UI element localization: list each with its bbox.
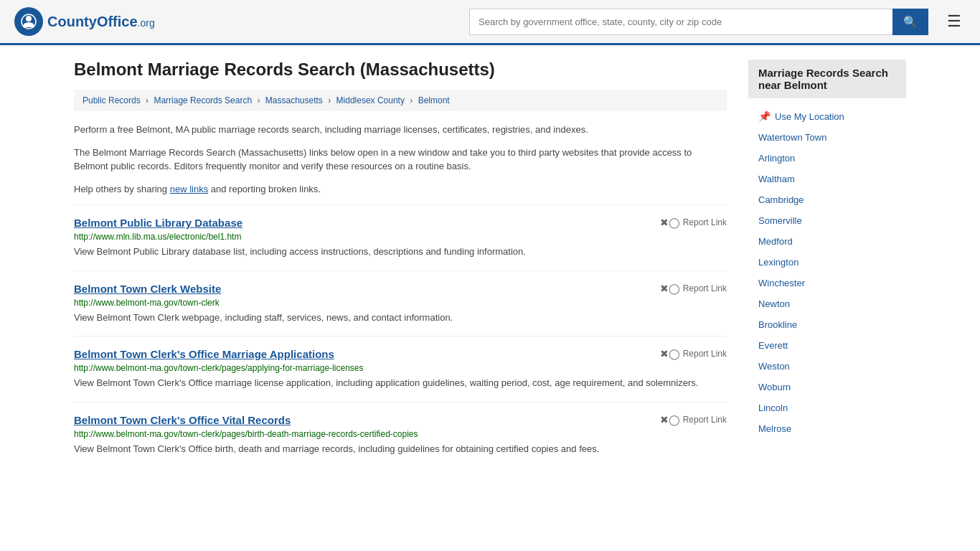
logo[interactable]: CountyOffice.org <box>14 7 155 36</box>
result-desc-2: View Belmont Town Clerk's Office marriag… <box>74 376 727 390</box>
sidebar-item-medford[interactable]: Medford <box>748 231 906 252</box>
page-content: Belmont Marriage Records Search (Massach… <box>60 45 920 481</box>
logo-text: CountyOffice.org <box>47 14 155 30</box>
sidebar-item-melrose[interactable]: Melrose <box>748 418 906 439</box>
main-content: Belmont Marriage Records Search (Massach… <box>74 60 727 467</box>
search-input[interactable] <box>469 9 892 35</box>
result-item: Belmont Public Library Database ✖◯ Repor… <box>74 204 727 270</box>
sidebar-item-watertown-town[interactable]: Watertown Town <box>748 127 906 148</box>
intro-text-3: Help others by sharing new links and rep… <box>74 182 727 197</box>
result-title-2[interactable]: Belmont Town Clerk's Office Marriage App… <box>74 348 334 360</box>
breadcrumb-middlesex[interactable]: Middlesex County <box>336 95 405 105</box>
result-header: Belmont Town Clerk Website ✖◯ Report Lin… <box>74 283 727 295</box>
report-icon: ✖◯ <box>660 348 680 359</box>
report-link-0[interactable]: ✖◯ Report Link <box>660 217 727 228</box>
result-header: Belmont Public Library Database ✖◯ Repor… <box>74 217 727 229</box>
breadcrumb-sep4: › <box>410 95 415 105</box>
breadcrumb: Public Records › Marriage Records Search… <box>74 90 727 111</box>
result-title-1[interactable]: Belmont Town Clerk Website <box>74 283 221 295</box>
search-icon: 🔍 <box>903 16 918 28</box>
nearby-link-10[interactable]: Everett <box>758 340 788 351</box>
svg-point-0 <box>26 16 32 22</box>
sidebar-item-lincoln[interactable]: Lincoln <box>748 397 906 418</box>
sidebar-item-lexington[interactable]: Lexington <box>748 252 906 273</box>
header: CountyOffice.org 🔍 ☰ <box>0 0 980 45</box>
result-url-2[interactable]: http://www.belmont-ma.gov/town-clerk/pag… <box>74 363 727 373</box>
menu-button[interactable]: ☰ <box>943 8 966 35</box>
intro-text-1: Perform a free Belmont, MA public marria… <box>74 123 727 137</box>
result-desc-1: View Belmont Town Clerk webpage, includi… <box>74 311 727 325</box>
report-text: Report Link <box>683 349 727 359</box>
nearby-link-11[interactable]: Weston <box>758 361 790 372</box>
nearby-link-8[interactable]: Newton <box>758 298 790 309</box>
report-link-1[interactable]: ✖◯ Report Link <box>660 283 727 294</box>
use-my-location-link[interactable]: Use My Location <box>775 111 844 122</box>
result-url-1[interactable]: http://www.belmont-ma.gov/town-clerk <box>74 298 727 308</box>
report-text: Report Link <box>683 283 727 293</box>
sidebar-use-my-location[interactable]: 📌 Use My Location <box>748 105 906 127</box>
result-item: Belmont Town Clerk's Office Vital Record… <box>74 402 727 468</box>
nearby-link-13[interactable]: Lincoln <box>758 402 788 413</box>
breadcrumb-massachusetts[interactable]: Massachusetts <box>265 95 323 105</box>
hamburger-icon: ☰ <box>947 12 961 30</box>
sidebar-item-brookline[interactable]: Brookline <box>748 314 906 335</box>
search-container: 🔍 <box>469 9 928 35</box>
breadcrumb-public-records[interactable]: Public Records <box>83 95 141 105</box>
new-links-link[interactable]: new links <box>170 184 208 194</box>
sidebar-item-arlington[interactable]: Arlington <box>748 148 906 169</box>
results-list: Belmont Public Library Database ✖◯ Repor… <box>74 204 727 467</box>
report-link-3[interactable]: ✖◯ Report Link <box>660 414 727 425</box>
sidebar-item-winchester[interactable]: Winchester <box>748 273 906 293</box>
nearby-link-5[interactable]: Medford <box>758 236 793 247</box>
nearby-link-12[interactable]: Woburn <box>758 382 791 392</box>
nearby-link-14[interactable]: Melrose <box>758 423 791 434</box>
intro-text-2: The Belmont Marriage Records Search (Mas… <box>74 146 727 174</box>
sidebar-item-woburn[interactable]: Woburn <box>748 377 906 397</box>
breadcrumb-sep: › <box>146 95 151 105</box>
breadcrumb-belmont[interactable]: Belmont <box>418 95 450 105</box>
sidebar-item-weston[interactable]: Weston <box>748 356 906 377</box>
page-title: Belmont Marriage Records Search (Massach… <box>74 60 727 80</box>
nearby-link-7[interactable]: Winchester <box>758 278 805 288</box>
result-item: Belmont Town Clerk Website ✖◯ Report Lin… <box>74 270 727 336</box>
breadcrumb-sep3: › <box>328 95 333 105</box>
sidebar: Marriage Records Search near Belmont 📌 U… <box>748 60 906 467</box>
sidebar-nearby-list: Watertown TownArlingtonWalthamCambridgeS… <box>748 127 906 439</box>
result-title-0[interactable]: Belmont Public Library Database <box>74 217 242 229</box>
report-text: Report Link <box>683 415 727 425</box>
report-icon: ✖◯ <box>660 414 680 425</box>
report-link-2[interactable]: ✖◯ Report Link <box>660 348 727 359</box>
nearby-link-4[interactable]: Somerville <box>758 215 802 226</box>
sidebar-item-everett[interactable]: Everett <box>748 335 906 356</box>
sidebar-title: Marriage Records Search near Belmont <box>748 60 906 98</box>
nearby-link-3[interactable]: Cambridge <box>758 194 804 205</box>
logo-org: .org <box>138 17 155 29</box>
result-item: Belmont Town Clerk's Office Marriage App… <box>74 336 727 402</box>
nearby-link-6[interactable]: Lexington <box>758 257 798 268</box>
nearby-link-9[interactable]: Brookline <box>758 319 797 330</box>
result-title-3[interactable]: Belmont Town Clerk's Office Vital Record… <box>74 414 291 426</box>
result-header: Belmont Town Clerk's Office Vital Record… <box>74 414 727 426</box>
nearby-link-2[interactable]: Waltham <box>758 174 795 184</box>
report-text: Report Link <box>683 217 727 227</box>
report-icon: ✖◯ <box>660 283 680 294</box>
sidebar-item-somerville[interactable]: Somerville <box>748 210 906 231</box>
result-header: Belmont Town Clerk's Office Marriage App… <box>74 348 727 360</box>
logo-icon <box>14 7 43 36</box>
result-url-3[interactable]: http://www.belmont-ma.gov/town-clerk/pag… <box>74 429 727 439</box>
sidebar-item-cambridge[interactable]: Cambridge <box>748 189 906 210</box>
result-desc-0: View Belmont Public Library database lis… <box>74 245 727 259</box>
location-pin-icon: 📌 <box>758 110 771 122</box>
sidebar-item-newton[interactable]: Newton <box>748 293 906 314</box>
search-button[interactable]: 🔍 <box>892 9 928 35</box>
nearby-link-0[interactable]: Watertown Town <box>758 132 826 143</box>
result-desc-3: View Belmont Town Clerk's Office birth, … <box>74 442 727 456</box>
report-icon: ✖◯ <box>660 217 680 228</box>
nearby-link-1[interactable]: Arlington <box>758 153 795 164</box>
breadcrumb-sep2: › <box>257 95 262 105</box>
sidebar-item-waltham[interactable]: Waltham <box>748 169 906 189</box>
breadcrumb-marriage-records[interactable]: Marriage Records Search <box>154 95 252 105</box>
result-url-0[interactable]: http://www.mln.lib.ma.us/electronic/bel1… <box>74 232 727 242</box>
